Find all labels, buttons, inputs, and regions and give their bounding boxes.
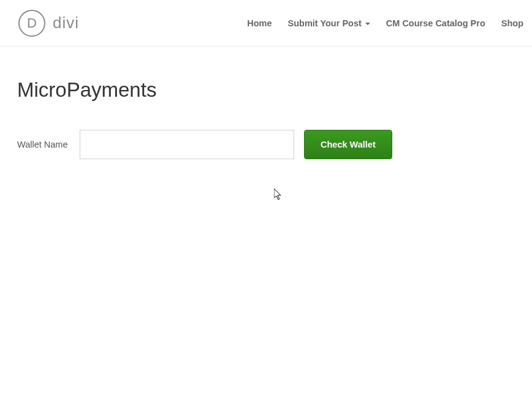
logo[interactable]: D divi xyxy=(18,10,79,37)
chevron-down-icon xyxy=(365,23,370,25)
nav-item-home[interactable]: Home xyxy=(247,18,272,28)
nav-item-label: Submit Your Post xyxy=(288,18,362,28)
logo-text: divi xyxy=(53,13,79,32)
wallet-name-label: Wallet Name xyxy=(17,140,70,149)
nav-item-label: Shop xyxy=(501,18,523,28)
nav-item-label: Home xyxy=(247,18,272,28)
page-title: MicroPayments xyxy=(17,78,515,102)
wallet-name-input[interactable] xyxy=(80,130,294,159)
logo-icon: D xyxy=(18,10,45,37)
main-content: MicroPayments Wallet Name Check Wallet xyxy=(0,47,532,191)
check-wallet-button[interactable]: Check Wallet xyxy=(304,130,392,159)
wallet-form-row: Wallet Name Check Wallet xyxy=(17,130,515,159)
nav-item-shop[interactable]: Shop xyxy=(501,18,523,28)
logo-icon-letter: D xyxy=(27,15,37,31)
header: D divi Home Submit Your Post CM Course C… xyxy=(0,0,532,47)
nav-item-cm-course[interactable]: CM Course Catalog Pro xyxy=(386,18,485,28)
nav-item-submit-post[interactable]: Submit Your Post xyxy=(288,18,370,28)
nav-item-label: CM Course Catalog Pro xyxy=(386,18,485,28)
main-nav: Home Submit Your Post CM Course Catalog … xyxy=(247,18,523,28)
